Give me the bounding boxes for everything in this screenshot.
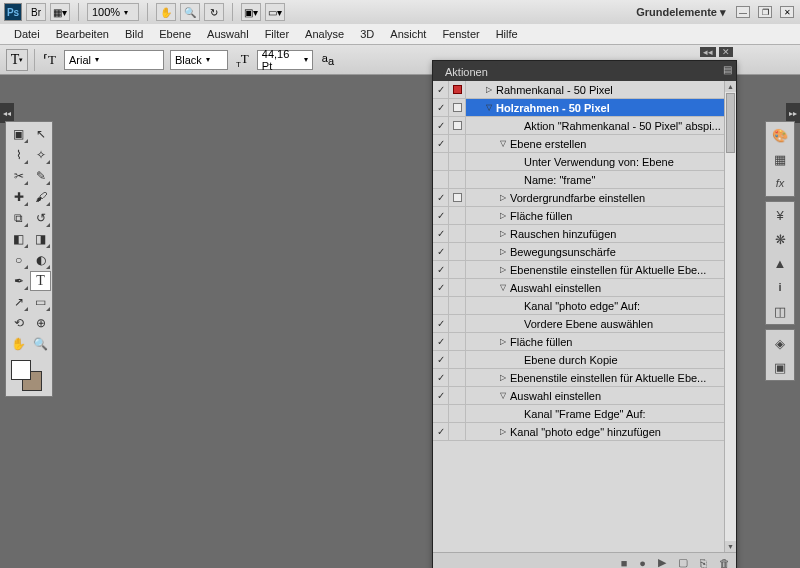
toggle-check-icon[interactable]: ✓ <box>437 336 445 347</box>
channels-panel-icon[interactable]: ▣ <box>769 357 791 377</box>
twirl-closed-icon[interactable]: ▷ <box>498 247 508 256</box>
action-row[interactable]: ✓▷Fläche füllen <box>433 333 724 351</box>
menu-bild[interactable]: Bild <box>117 25 151 43</box>
right-dock-collapse[interactable]: ▸▸ <box>786 103 800 123</box>
toggle-check-icon[interactable]: ✓ <box>437 282 445 293</box>
toggle-check-icon[interactable]: ✓ <box>437 228 445 239</box>
action-row[interactable]: ✓▽Holzrahmen - 50 Pixel <box>433 99 724 117</box>
menu-3d[interactable]: 3D <box>352 25 382 43</box>
rotate-view-button[interactable]: ↻ <box>204 3 224 21</box>
3d-rotate-tool[interactable]: ⟲ <box>8 313 29 333</box>
color-panel-icon[interactable]: 🎨 <box>769 125 791 145</box>
tool-preset-button[interactable]: T▾ <box>6 49 28 71</box>
arrange-docs-button[interactable]: ▣▾ <box>241 3 261 21</box>
workspace-switcher[interactable]: Grundelemente ▾ <box>632 6 730 19</box>
action-row[interactable]: ✓▷Kanal "photo edge" hinzufügen <box>433 423 724 441</box>
action-row[interactable]: ✓Vordere Ebene auswählen <box>433 315 724 333</box>
screen-layout-button[interactable]: ▭▾ <box>265 3 285 21</box>
lasso-tool[interactable]: ⌇ <box>8 145 29 165</box>
record-button[interactable]: ● <box>639 557 646 569</box>
screen-mode-button[interactable]: ▦▾ <box>50 3 70 21</box>
twirl-open-icon[interactable]: ▽ <box>498 283 508 292</box>
twirl-closed-icon[interactable]: ▷ <box>498 193 508 202</box>
action-row[interactable]: ✓▷Vordergrundfarbe einstellen <box>433 189 724 207</box>
font-style-dropdown[interactable]: Black▾ <box>170 50 228 70</box>
dodge-tool[interactable]: ◐ <box>30 250 51 270</box>
blur-tool[interactable]: ○ <box>8 250 29 270</box>
eraser-tool[interactable]: ◧ <box>8 229 29 249</box>
restore-button[interactable]: ❐ <box>758 6 772 18</box>
orientation-button[interactable]: ⸢T <box>41 52 58 68</box>
toggle-check-icon[interactable]: ✓ <box>437 390 445 401</box>
action-row[interactable]: Unter Verwendung von: Ebene <box>433 153 724 171</box>
action-row[interactable]: ✓▽Auswahl einstellen <box>433 279 724 297</box>
menu-filter[interactable]: Filter <box>257 25 297 43</box>
scroll-thumb[interactable] <box>726 93 735 153</box>
twirl-closed-icon[interactable]: ▷ <box>498 373 508 382</box>
modal-dialog-icon[interactable] <box>453 103 462 112</box>
scroll-down-icon[interactable]: ▼ <box>725 541 736 552</box>
twirl-closed-icon[interactable]: ▷ <box>484 85 494 94</box>
action-row[interactable]: Name: "frame" <box>433 171 724 189</box>
action-row[interactable]: ✓▽Auswahl einstellen <box>433 387 724 405</box>
twirl-closed-icon[interactable]: ▷ <box>498 427 508 436</box>
modal-dialog-icon[interactable] <box>453 85 462 94</box>
move-tool[interactable]: ▣ <box>8 124 29 144</box>
action-row[interactable]: Kanal "photo edge" Auf: <box>433 297 724 315</box>
twirl-open-icon[interactable]: ▽ <box>498 391 508 400</box>
brush-tool[interactable]: 🖌 <box>30 187 51 207</box>
font-family-dropdown[interactable]: Arial▾ <box>64 50 164 70</box>
layers-panel-icon[interactable]: ◈ <box>769 333 791 353</box>
foreground-swatch[interactable] <box>11 360 31 380</box>
wand-tool[interactable]: ✧ <box>30 145 51 165</box>
eyedropper-tool[interactable]: ✎ <box>30 166 51 186</box>
menu-auswahl[interactable]: Auswahl <box>199 25 257 43</box>
gradient-tool[interactable]: ◨ <box>30 229 51 249</box>
hand-tool[interactable]: ✋ <box>8 334 29 354</box>
clone-panel-icon[interactable]: ❋ <box>769 229 791 249</box>
toggle-check-icon[interactable]: ✓ <box>437 102 445 113</box>
zoom-toolbox[interactable]: 🔍 <box>30 334 51 354</box>
bridge-button[interactable]: Br <box>26 3 46 21</box>
twirl-closed-icon[interactable]: ▷ <box>498 211 508 220</box>
toggle-check-icon[interactable]: ✓ <box>437 246 445 257</box>
styles-panel-icon[interactable]: fx <box>769 173 791 193</box>
hand-tool-button[interactable]: ✋ <box>156 3 176 21</box>
scrollbar[interactable]: ▲ ▼ <box>724 81 736 552</box>
toggle-check-icon[interactable]: ✓ <box>437 318 445 329</box>
antialias-dropdown[interactable]: aa <box>319 52 337 67</box>
toggle-check-icon[interactable]: ✓ <box>437 84 445 95</box>
pen-tool[interactable]: ✒ <box>8 271 29 291</box>
toggle-check-icon[interactable]: ✓ <box>437 120 445 131</box>
play-button[interactable]: ▶ <box>658 556 666 568</box>
new-action-button[interactable]: ⎘ <box>700 557 707 569</box>
histogram-panel-icon[interactable]: ◫ <box>769 301 791 321</box>
toggle-check-icon[interactable]: ✓ <box>437 138 445 149</box>
twirl-closed-icon[interactable]: ▷ <box>498 229 508 238</box>
trash-button[interactable]: 🗑 <box>719 557 730 569</box>
toggle-check-icon[interactable]: ✓ <box>437 372 445 383</box>
marquee-tool[interactable]: ↖ <box>30 124 51 144</box>
font-size-dropdown[interactable]: 44,16 Pt▾ <box>257 50 313 70</box>
swatches-panel-icon[interactable]: ▦ <box>769 149 791 169</box>
close-button[interactable]: ✕ <box>780 6 794 18</box>
twirl-closed-icon[interactable]: ▷ <box>498 265 508 274</box>
left-dock-collapse[interactable]: ◂◂ <box>0 103 14 123</box>
toggle-check-icon[interactable]: ✓ <box>437 192 445 203</box>
action-row[interactable]: ✓▷Bewegungsunschärfe <box>433 243 724 261</box>
action-row[interactable]: Kanal "Frame Edge" Auf: <box>433 405 724 423</box>
menu-bearbeiten[interactable]: Bearbeiten <box>48 25 117 43</box>
healing-tool[interactable]: ✚ <box>8 187 29 207</box>
3d-orbit-tool[interactable]: ⊕ <box>30 313 51 333</box>
path-select-tool[interactable]: ↗ <box>8 292 29 312</box>
action-row[interactable]: ✓Aktion "Rahmenkanal - 50 Pixel" abspi..… <box>433 117 724 135</box>
minimize-button[interactable]: — <box>736 6 750 18</box>
twirl-open-icon[interactable]: ▽ <box>484 103 494 112</box>
scroll-up-icon[interactable]: ▲ <box>725 81 736 92</box>
menu-hilfe[interactable]: Hilfe <box>488 25 526 43</box>
modal-dialog-icon[interactable] <box>453 193 462 202</box>
action-row[interactable]: ✓Ebene durch Kopie <box>433 351 724 369</box>
action-row[interactable]: ✓▷Ebenenstile einstellen für Aktuelle Eb… <box>433 369 724 387</box>
panel-collapse-icon[interactable]: ◂◂ <box>700 47 716 57</box>
menu-datei[interactable]: Datei <box>6 25 48 43</box>
